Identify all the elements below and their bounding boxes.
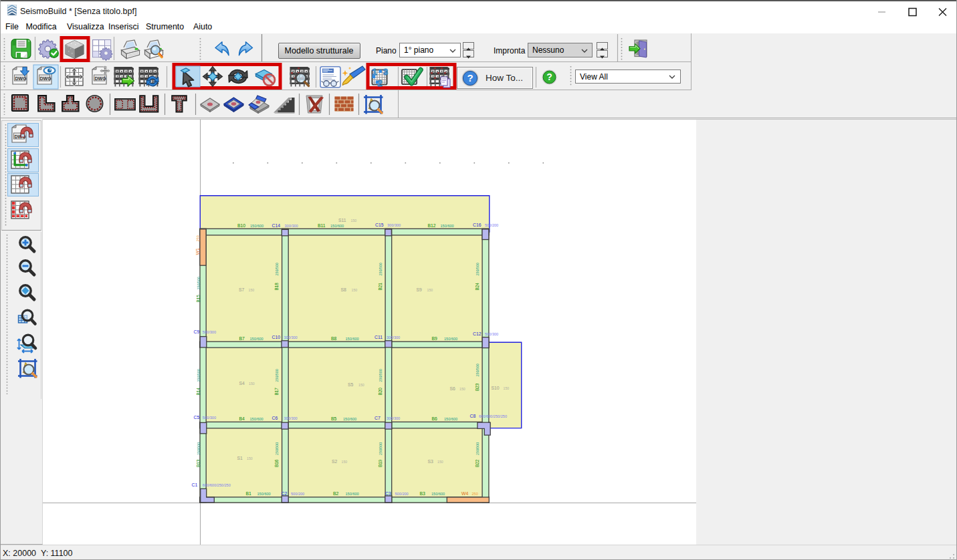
svg-text:1: 1 xyxy=(373,67,377,77)
svg-text:2: 2 xyxy=(378,79,383,88)
svg-text:?: ? xyxy=(546,72,552,82)
svg-text:3: 3 xyxy=(383,67,388,77)
